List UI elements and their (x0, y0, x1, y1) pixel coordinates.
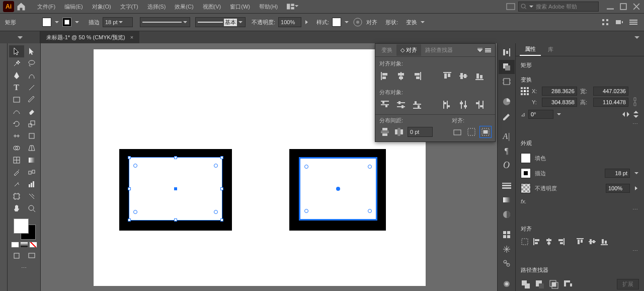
transform-more-icon[interactable]: ⋯ (632, 121, 639, 127)
gradient-mode-icon[interactable] (20, 242, 28, 248)
fill-swatch-dd-icon[interactable] (54, 20, 59, 25)
opacity-more-icon[interactable] (304, 20, 309, 25)
menu-type[interactable]: 文字(T) (116, 2, 142, 12)
document-close-icon[interactable]: × (130, 34, 133, 40)
panel-symbols-icon[interactable] (499, 256, 515, 271)
maximize-icon[interactable] (619, 3, 628, 10)
dist-top-icon[interactable] (379, 99, 390, 110)
menu-help[interactable]: 帮助(H) (255, 2, 282, 12)
selection-tool-icon[interactable] (9, 45, 24, 57)
stroke-label[interactable]: 描边 (89, 19, 100, 26)
magic-wand-tool-icon[interactable] (9, 57, 24, 69)
panel-collapse-icon[interactable] (477, 48, 483, 53)
fill-stroke-swatch[interactable] (12, 217, 37, 240)
align-bottom-icon[interactable] (474, 70, 485, 82)
stroke-swatch[interactable] (62, 18, 71, 27)
minimize-icon[interactable] (606, 3, 615, 10)
align-to-key-icon[interactable] (466, 126, 477, 137)
angle-field[interactable]: 0° (528, 110, 553, 119)
column-graph-tool-icon[interactable] (24, 178, 39, 190)
eraser-tool-icon[interactable] (24, 106, 39, 118)
style-swatch[interactable] (332, 18, 341, 27)
draw-normal-icon[interactable] (9, 250, 24, 262)
align-more-icon[interactable]: ⋯ (632, 248, 639, 254)
align-top-icon[interactable] (442, 70, 453, 82)
home-icon[interactable] (16, 2, 26, 12)
shaper-tool-icon[interactable] (9, 106, 24, 118)
angle-dd-icon[interactable] (556, 112, 561, 117)
stroke-label-prop[interactable]: 描边 (535, 170, 546, 177)
mesh-tool-icon[interactable] (9, 154, 24, 166)
menu-window[interactable]: 窗口(W) (226, 2, 254, 12)
tab-pathfinder[interactable]: 路径查找器 (421, 44, 457, 56)
share-icon[interactable] (506, 3, 515, 10)
align-bottom-icon[interactable] (600, 238, 608, 246)
panels-collapse-icon[interactable] (634, 35, 644, 39)
search-input[interactable]: 搜索 Adobe 帮助 (518, 2, 599, 12)
lasso-tool-icon[interactable] (24, 57, 39, 69)
color-mode-icon[interactable] (11, 242, 19, 248)
pf-minus-front-icon[interactable] (535, 279, 545, 289)
shape-button[interactable]: 形状: (385, 19, 398, 26)
transform-label[interactable]: 变换 (406, 19, 417, 26)
line-tool-icon[interactable] (24, 82, 39, 94)
panel-transparency-icon[interactable] (499, 207, 515, 222)
edit-mask-icon[interactable] (614, 17, 625, 28)
opacity-field-prop[interactable]: 100% (606, 184, 630, 193)
panel-swatches-icon[interactable] (499, 109, 515, 123)
menu-view[interactable]: 视图(V) (199, 2, 225, 12)
align-right-icon[interactable] (412, 70, 423, 82)
pf-exclude-icon[interactable] (563, 279, 573, 289)
rectangle-tool-icon[interactable] (9, 94, 24, 106)
shape-builder-tool-icon[interactable] (9, 142, 24, 154)
panel-opentype-icon[interactable]: O (499, 158, 515, 173)
symbol-sprayer-tool-icon[interactable] (9, 178, 24, 190)
fill-color-icon[interactable] (14, 219, 29, 234)
align-top-icon[interactable] (576, 238, 584, 246)
recolor-icon[interactable] (352, 17, 363, 28)
panel-pathfinder-icon[interactable] (499, 60, 515, 75)
panel-graphic-styles-icon[interactable] (499, 242, 515, 256)
pf-unite-icon[interactable] (521, 279, 531, 289)
layout-icon[interactable] (287, 4, 299, 10)
dist-right-icon[interactable] (474, 99, 485, 110)
menu-edit[interactable]: 编辑(E) (60, 2, 87, 12)
tab-align[interactable]: ◇对齐 (396, 44, 421, 56)
stroke-profile-field[interactable] (140, 17, 190, 27)
panel-character-icon[interactable]: A| (499, 129, 515, 144)
align-vcenter-icon[interactable] (588, 238, 596, 246)
panel-stroke-icon[interactable] (499, 178, 515, 193)
y-field[interactable]: 304.8358 (542, 98, 577, 107)
fill-label[interactable]: 填色 (535, 155, 546, 162)
zoom-tool-icon[interactable] (24, 202, 39, 214)
rotate-tool-icon[interactable] (9, 118, 24, 130)
opacity-field[interactable]: 100% (278, 17, 301, 27)
none-mode-icon[interactable] (29, 242, 37, 248)
prefs-icon[interactable] (628, 17, 639, 28)
panel-transform-icon[interactable] (499, 74, 515, 89)
blend-tool-icon[interactable] (24, 166, 39, 178)
align-hcenter-icon[interactable] (545, 238, 553, 246)
dist-hcenter-icon[interactable] (458, 99, 469, 110)
opacity-more-icon[interactable] (634, 186, 639, 191)
stroke-swatch-prop[interactable] (521, 168, 531, 178)
x-field[interactable]: 288.3626 (542, 87, 577, 96)
dist-hspace-icon[interactable] (393, 126, 405, 137)
menu-object[interactable]: 对象(O) (88, 2, 115, 12)
width-tool-icon[interactable] (9, 130, 24, 142)
stroke-weight-dd-icon[interactable] (634, 171, 639, 176)
perspective-tool-icon[interactable] (24, 142, 39, 154)
free-transform-tool-icon[interactable] (24, 130, 39, 142)
stroke-weight-prop[interactable]: 18 pt (605, 169, 630, 178)
eyedropper-tool-icon[interactable] (9, 166, 24, 178)
panel-align-icon[interactable] (499, 45, 515, 60)
spacing-field[interactable]: 0 pt (408, 127, 433, 137)
panel-color-icon[interactable] (499, 95, 515, 109)
dist-left-icon[interactable] (442, 99, 453, 110)
h-field[interactable]: 110.4478 (593, 98, 628, 107)
dist-vcenter-icon[interactable] (395, 99, 407, 110)
flip-h-icon[interactable] (622, 111, 630, 117)
menu-file[interactable]: 文件(F) (33, 2, 59, 12)
curvature-tool-icon[interactable] (24, 69, 39, 82)
fx-button[interactable]: fx. (521, 198, 527, 204)
